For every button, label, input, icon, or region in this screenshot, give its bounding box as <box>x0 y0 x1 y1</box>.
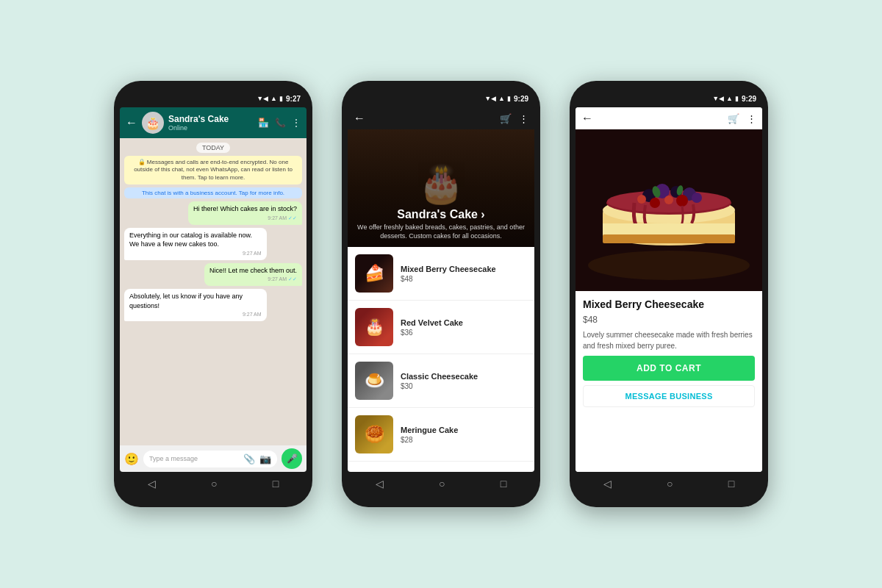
chat-status: Online <box>168 124 254 132</box>
phone2-status-bar: ▼◀ ▲ ▮ 9:29 <box>348 90 534 107</box>
battery-icon: ▮ <box>279 95 283 102</box>
camera-icon[interactable]: 📷 <box>259 453 271 465</box>
svg-point-15 <box>692 193 702 203</box>
wifi-icon: ▲ <box>270 95 277 102</box>
chat-header: ← 🎂 Sandra's Cake Online 🏪 📞 ⋮ <box>120 107 306 138</box>
phone1-screen: ← 🎂 Sandra's Cake Online 🏪 📞 ⋮ TODAY 🔒 M… <box>120 107 306 472</box>
product-price: $48 <box>583 315 755 325</box>
catalog-list: 🍰 Mixed Berry Cheesecake $48 🎂 Red Velve… <box>348 247 534 472</box>
back-nav-button-3[interactable]: ◁ <box>603 478 612 490</box>
phone1-time: 9:27 <box>286 95 301 103</box>
svg-point-12 <box>664 196 673 204</box>
catalog-business-desc: We offer freshly baked breads, cakes, pa… <box>354 223 528 241</box>
home-nav-button[interactable]: ○ <box>211 478 217 490</box>
catalog-back-icon[interactable]: ← <box>354 112 365 125</box>
cheesecake-visual <box>576 129 762 291</box>
signal-icon: ▼◀ <box>257 95 268 102</box>
signal-icon: ▼◀ <box>484 95 496 102</box>
phone3-status-bar: ▼◀ ▲ ▮ 9:29 <box>576 90 762 107</box>
catalog-item-0[interactable]: 🍰 Mixed Berry Cheesecake $48 <box>348 247 534 301</box>
cheesecake-svg <box>576 129 762 291</box>
recent-nav-button-2[interactable]: □ <box>501 478 506 490</box>
chat-body: TODAY 🔒 Messages and calls are end-to-en… <box>120 138 306 445</box>
battery-icon: ▮ <box>507 95 511 102</box>
phone1-status-bar: ▼◀ ▲ ▮ 9:27 <box>120 90 306 107</box>
mic-button[interactable]: 🎤 <box>282 448 302 469</box>
phone1-nav: ◁ ○ □ <box>120 472 306 498</box>
catalog-item-3[interactable]: 🥮 Meringue Cake $28 <box>348 408 534 462</box>
catalog-item-img-1: 🎂 <box>355 308 393 346</box>
cart-icon[interactable]: 🛒 <box>500 113 512 124</box>
message-received-2: Absolutely, let us know if you have any … <box>124 289 267 321</box>
chat-input-bar: 🙂 Type a message 📎 📷 🎤 <box>120 445 306 472</box>
catalog-item-info-3: Meringue Cake $28 <box>401 426 527 444</box>
phone3-time: 9:29 <box>742 95 756 103</box>
more-icon[interactable]: ⋮ <box>292 118 301 128</box>
svg-point-1 <box>588 251 750 280</box>
chat-contact-name: Sandra's Cake <box>168 114 254 124</box>
catalog-item-info-2: Classic Cheesecake $30 <box>401 372 527 390</box>
business-notice: This chat is with a business account. Ta… <box>124 187 302 198</box>
phone3-nav: ◁ ○ □ <box>576 472 762 498</box>
svg-point-14 <box>637 195 646 204</box>
svg-point-13 <box>676 195 688 207</box>
chat-contact-info: Sandra's Cake Online <box>168 114 254 132</box>
back-nav-button-2[interactable]: ◁ <box>376 478 384 490</box>
recent-nav-button-3[interactable]: □ <box>728 478 734 490</box>
phone-3-product: ▼◀ ▲ ▮ 9:29 ← 🛒 ⋮ <box>570 81 768 507</box>
phone2-time: 9:29 <box>514 95 528 103</box>
catalog-item-info-1: Red Velvet Cake $36 <box>401 318 527 337</box>
encrypt-notice: 🔒 Messages and calls are end-to-end encr… <box>124 156 302 184</box>
back-nav-button[interactable]: ◁ <box>148 478 156 490</box>
svg-rect-17 <box>603 234 735 243</box>
phone2-screen: ← 🛒 ⋮ Sandra's Cake › We offer freshly b… <box>348 107 534 472</box>
attach-icon[interactable]: 📎 <box>243 453 255 465</box>
catalog-item-info-0: Mixed Berry Cheesecake $48 <box>401 265 527 283</box>
msg-time-4: 9:27 AM <box>129 311 262 318</box>
msg-time-2: 9:27 AM <box>129 250 262 257</box>
battery-icon: ▮ <box>735 95 739 102</box>
svg-point-11 <box>650 198 660 208</box>
product-image <box>576 129 762 291</box>
chat-date: TODAY <box>196 143 230 153</box>
product-more-icon[interactable]: ⋮ <box>747 113 756 124</box>
catalog-hero-overlay: Sandra's Cake › We offer freshly baked b… <box>348 202 534 247</box>
message-business-button[interactable]: MESSAGE BUSINESS <box>583 385 755 407</box>
message-sent-1: Hi there! Which cakes are in stock? 9:27… <box>188 201 302 224</box>
product-header-actions: 🛒 ⋮ <box>728 113 756 124</box>
home-nav-button-2[interactable]: ○ <box>439 478 445 490</box>
msg-time-3: 9:27 AM ✓✓ <box>209 276 297 283</box>
wifi-icon: ▲ <box>498 95 505 102</box>
catalog-business-name[interactable]: Sandra's Cake › <box>354 208 528 221</box>
phone2-nav: ◁ ○ □ <box>348 472 534 498</box>
catalog-header: ← 🛒 ⋮ <box>348 107 534 129</box>
phone2-status-icons: ▼◀ ▲ ▮ <box>484 95 511 102</box>
back-icon[interactable]: ← <box>126 116 137 129</box>
wifi-icon: ▲ <box>726 95 733 102</box>
more-options-icon[interactable]: ⋮ <box>519 113 528 124</box>
catalog-item-img-3: 🥮 <box>355 415 393 453</box>
product-cart-icon[interactable]: 🛒 <box>728 113 739 124</box>
chat-header-actions: 🏪 📞 ⋮ <box>258 118 301 128</box>
product-back-icon[interactable]: ← <box>581 112 593 125</box>
avatar: 🎂 <box>142 112 164 134</box>
catalog-item-2[interactable]: 🍮 Classic Cheesecake $30 <box>348 354 534 408</box>
msg-time-1: 9:27 AM ✓✓ <box>193 215 297 222</box>
product-description: Lovely summer cheesecake made with fresh… <box>583 329 755 351</box>
product-name: Mixed Berry Cheesecake <box>583 298 755 310</box>
home-nav-button-3[interactable]: ○ <box>667 478 673 490</box>
emoji-icon[interactable]: 🙂 <box>124 452 139 466</box>
phone3-status-icons: ▼◀ ▲ ▮ <box>712 95 739 102</box>
message-sent-2: Nice!! Let me check them out. 9:27 AM ✓✓ <box>204 263 302 286</box>
catalog-header-actions: 🛒 ⋮ <box>500 113 528 124</box>
catalog-item-img-0: 🍰 <box>355 254 393 293</box>
add-to-cart-button[interactable]: ADD TO CART <box>583 356 755 381</box>
message-input[interactable]: Type a message 📎 📷 <box>143 451 277 467</box>
message-received-1: Everything in our catalog is available n… <box>124 228 267 260</box>
call-icon[interactable]: 📞 <box>275 118 286 128</box>
phone1-status-icons: ▼◀ ▲ ▮ <box>257 95 283 102</box>
recent-nav-button[interactable]: □ <box>273 478 279 490</box>
phone-2-catalog: ▼◀ ▲ ▮ 9:29 ← 🛒 ⋮ Sandra's Cake › We off… <box>342 81 540 507</box>
catalog-item-1[interactable]: 🎂 Red Velvet Cake $36 <box>348 301 534 354</box>
catalog-icon[interactable]: 🏪 <box>258 118 269 128</box>
